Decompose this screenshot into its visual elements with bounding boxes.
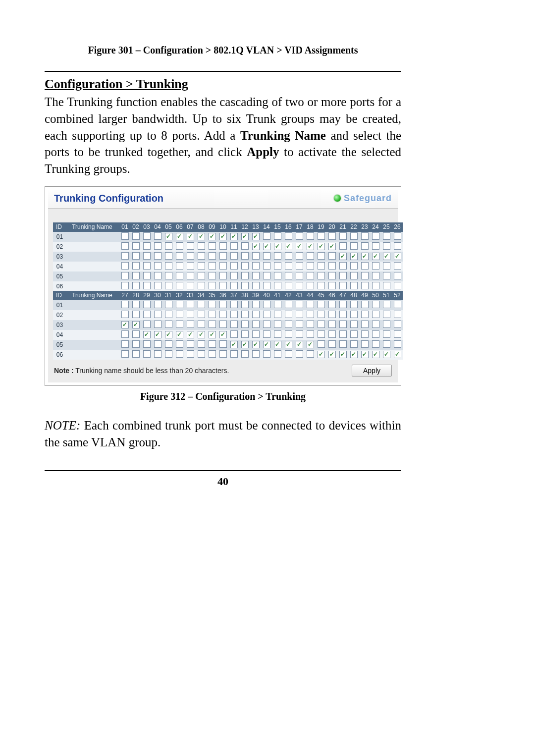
port-checkbox[interactable] bbox=[350, 242, 358, 250]
port-checkbox[interactable] bbox=[219, 301, 227, 308]
port-checkbox[interactable] bbox=[132, 252, 140, 260]
port-checkbox[interactable] bbox=[339, 330, 347, 338]
port-checkbox[interactable] bbox=[263, 243, 270, 250]
port-checkbox[interactable] bbox=[339, 311, 347, 318]
port-checkbox[interactable] bbox=[241, 341, 249, 348]
port-checkbox[interactable] bbox=[230, 242, 238, 250]
port-checkbox[interactable] bbox=[198, 262, 205, 270]
port-checkbox[interactable] bbox=[209, 321, 216, 328]
port-checkbox[interactable] bbox=[187, 301, 194, 308]
port-checkbox[interactable] bbox=[165, 311, 172, 318]
port-checkbox[interactable] bbox=[383, 272, 390, 279]
port-checkbox[interactable] bbox=[339, 232, 347, 240]
port-checkbox[interactable] bbox=[274, 330, 281, 338]
port-checkbox[interactable] bbox=[318, 232, 325, 240]
port-checkbox[interactable] bbox=[263, 330, 270, 338]
port-checkbox[interactable] bbox=[209, 350, 216, 358]
port-checkbox[interactable] bbox=[350, 282, 358, 289]
port-checkbox[interactable] bbox=[154, 331, 161, 338]
port-checkbox[interactable] bbox=[361, 321, 369, 328]
port-checkbox[interactable] bbox=[219, 340, 227, 348]
port-checkbox[interactable] bbox=[176, 331, 183, 338]
port-checkbox[interactable] bbox=[187, 242, 194, 250]
port-checkbox[interactable] bbox=[198, 321, 205, 328]
port-checkbox[interactable] bbox=[394, 351, 401, 358]
port-checkbox[interactable] bbox=[361, 340, 369, 348]
port-checkbox[interactable] bbox=[361, 282, 369, 289]
port-checkbox[interactable] bbox=[285, 252, 292, 260]
port-checkbox[interactable] bbox=[350, 301, 358, 308]
port-checkbox[interactable] bbox=[328, 272, 336, 279]
port-checkbox[interactable] bbox=[154, 282, 161, 289]
trunking-name-input[interactable] bbox=[65, 232, 119, 242]
port-checkbox[interactable] bbox=[263, 311, 270, 318]
port-checkbox[interactable] bbox=[383, 282, 390, 289]
port-checkbox[interactable] bbox=[383, 321, 390, 328]
port-checkbox[interactable] bbox=[296, 341, 303, 348]
port-checkbox[interactable] bbox=[241, 252, 249, 260]
port-checkbox[interactable] bbox=[285, 272, 292, 279]
port-checkbox[interactable] bbox=[252, 282, 260, 289]
port-checkbox[interactable] bbox=[350, 311, 358, 318]
port-checkbox[interactable] bbox=[296, 311, 303, 318]
port-checkbox[interactable] bbox=[383, 232, 390, 240]
port-checkbox[interactable] bbox=[176, 350, 183, 358]
trunking-name-input[interactable] bbox=[65, 350, 119, 360]
port-checkbox[interactable] bbox=[263, 272, 270, 279]
port-checkbox[interactable] bbox=[394, 232, 401, 240]
port-checkbox[interactable] bbox=[274, 311, 281, 318]
port-checkbox[interactable] bbox=[154, 272, 161, 279]
trunking-name-input[interactable] bbox=[65, 242, 119, 252]
port-checkbox[interactable] bbox=[187, 272, 194, 279]
port-checkbox[interactable] bbox=[187, 233, 194, 240]
port-checkbox[interactable] bbox=[372, 351, 379, 358]
port-checkbox[interactable] bbox=[285, 232, 292, 240]
port-checkbox[interactable] bbox=[263, 252, 270, 260]
port-checkbox[interactable] bbox=[241, 321, 249, 328]
port-checkbox[interactable] bbox=[318, 262, 325, 270]
port-checkbox[interactable] bbox=[219, 242, 227, 250]
port-checkbox[interactable] bbox=[361, 253, 369, 260]
port-checkbox[interactable] bbox=[143, 252, 151, 260]
port-checkbox[interactable] bbox=[132, 301, 140, 308]
port-checkbox[interactable] bbox=[339, 242, 347, 250]
port-checkbox[interactable] bbox=[328, 252, 336, 260]
port-checkbox[interactable] bbox=[339, 282, 347, 289]
port-checkbox[interactable] bbox=[274, 301, 281, 308]
port-checkbox[interactable] bbox=[219, 262, 227, 270]
trunking-name-input[interactable] bbox=[65, 330, 119, 340]
port-checkbox[interactable] bbox=[361, 272, 369, 279]
port-checkbox[interactable] bbox=[318, 243, 325, 250]
trunking-name-input[interactable] bbox=[65, 281, 119, 291]
port-checkbox[interactable] bbox=[307, 243, 314, 250]
port-checkbox[interactable] bbox=[187, 311, 194, 318]
port-checkbox[interactable] bbox=[198, 233, 205, 240]
port-checkbox[interactable] bbox=[328, 232, 336, 240]
port-checkbox[interactable] bbox=[263, 321, 270, 328]
port-checkbox[interactable] bbox=[274, 272, 281, 279]
port-checkbox[interactable] bbox=[187, 340, 194, 348]
port-checkbox[interactable] bbox=[176, 272, 183, 279]
port-checkbox[interactable] bbox=[318, 330, 325, 338]
port-checkbox[interactable] bbox=[318, 321, 325, 328]
port-checkbox[interactable] bbox=[209, 233, 216, 240]
port-checkbox[interactable] bbox=[361, 351, 369, 358]
port-checkbox[interactable] bbox=[165, 233, 172, 240]
port-checkbox[interactable] bbox=[176, 311, 183, 318]
port-checkbox[interactable] bbox=[285, 262, 292, 270]
port-checkbox[interactable] bbox=[339, 340, 347, 348]
port-checkbox[interactable] bbox=[132, 311, 140, 318]
port-checkbox[interactable] bbox=[132, 242, 140, 250]
port-checkbox[interactable] bbox=[350, 232, 358, 240]
port-checkbox[interactable] bbox=[307, 282, 314, 289]
port-checkbox[interactable] bbox=[165, 350, 172, 358]
port-checkbox[interactable] bbox=[383, 262, 390, 270]
port-checkbox[interactable] bbox=[230, 311, 238, 318]
port-checkbox[interactable] bbox=[176, 340, 183, 348]
port-checkbox[interactable] bbox=[252, 272, 260, 279]
port-checkbox[interactable] bbox=[252, 262, 260, 270]
port-checkbox[interactable] bbox=[339, 253, 347, 260]
port-checkbox[interactable] bbox=[165, 272, 172, 279]
port-checkbox[interactable] bbox=[143, 321, 151, 328]
port-checkbox[interactable] bbox=[165, 321, 172, 328]
